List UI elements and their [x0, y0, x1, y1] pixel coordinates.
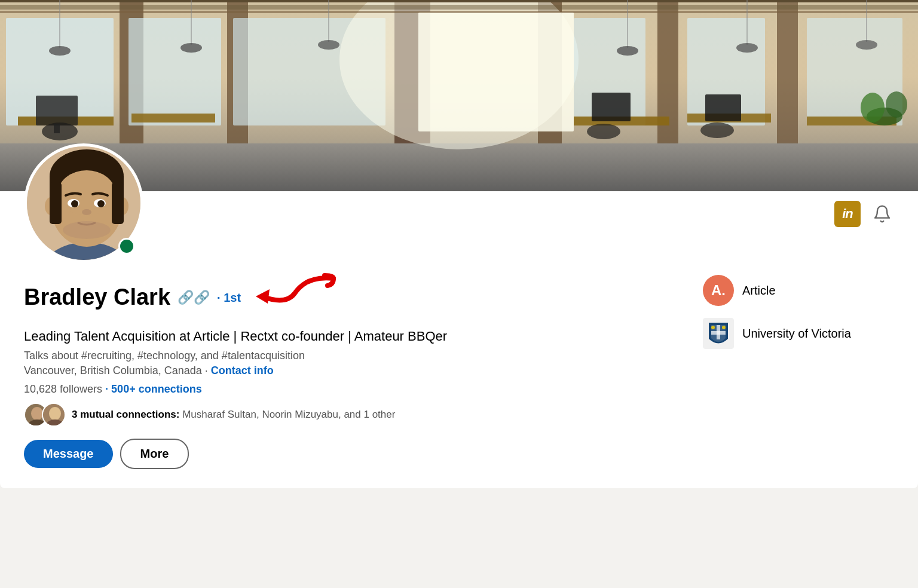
red-arrow-annotation	[253, 272, 336, 323]
profile-headline: Leading Talent Acquisition at Article | …	[24, 327, 514, 346]
notification-bell-icon[interactable]	[870, 202, 894, 226]
school-name[interactable]: University of Victoria	[742, 327, 851, 341]
svg-point-57	[71, 200, 78, 207]
svg-point-28	[587, 124, 620, 139]
school-icon	[703, 318, 734, 349]
followers-count: 10,628 followers	[24, 383, 102, 395]
action-buttons: Message More	[24, 439, 562, 469]
profile-card: in	[0, 0, 918, 488]
top-right-icons: in	[834, 201, 894, 227]
svg-point-47	[886, 91, 907, 118]
svg-point-60	[63, 221, 111, 239]
svg-rect-74	[711, 331, 726, 335]
school-item: University of Victoria	[703, 318, 894, 349]
svg-rect-20	[36, 96, 78, 125]
mutual-text: 3 mutual connections: Musharaf Sultan, N…	[72, 409, 395, 421]
svg-point-29	[700, 122, 734, 138]
right-section: A. Article	[703, 272, 894, 361]
location-text: Vancouver, British Columbia, Canada	[24, 365, 202, 376]
company-initial: A.	[711, 282, 726, 299]
company-name[interactable]: Article	[742, 284, 776, 298]
svg-point-38	[318, 40, 339, 50]
svg-point-67	[31, 407, 43, 420]
profile-name: Bradley Clark	[24, 285, 170, 310]
contact-info-link[interactable]: Contact info	[211, 365, 274, 376]
mutual-connections-row: 3 mutual connections: Musharaf Sultan, N…	[24, 403, 562, 427]
svg-rect-19	[131, 114, 215, 122]
linkedin-icon[interactable]: in	[834, 201, 861, 227]
location-row: Vancouver, British Columbia, Canada · Co…	[24, 365, 562, 377]
followers-row: 10,628 followers · 500+ connections	[24, 383, 562, 396]
degree-icons: 🔗🔗	[178, 290, 210, 305]
avatar-wrapper	[24, 143, 143, 263]
svg-point-44	[856, 40, 877, 50]
mutual-avatars	[24, 403, 66, 427]
svg-point-46	[861, 93, 885, 122]
company-icon: A.	[703, 275, 734, 306]
svg-point-54	[58, 170, 115, 216]
svg-rect-64	[112, 182, 124, 224]
message-button[interactable]: Message	[24, 440, 113, 468]
mutual-avatar-2	[42, 403, 66, 427]
svg-rect-11	[128, 18, 221, 125]
talks-about: Talks about #recruiting, #technology, an…	[24, 350, 562, 362]
left-section: Bradley Clark 🔗🔗 · 1st	[24, 272, 562, 469]
connections-link[interactable]: · 500+ connections	[105, 383, 202, 395]
svg-rect-9	[777, 0, 798, 143]
svg-point-59	[82, 209, 91, 215]
svg-rect-63	[50, 182, 62, 224]
svg-point-42	[736, 43, 758, 53]
svg-point-76	[722, 326, 726, 329]
svg-point-22	[42, 122, 78, 140]
company-item: A. Article	[703, 275, 894, 306]
svg-point-58	[97, 200, 105, 207]
svg-rect-32	[0, 5, 918, 10]
svg-point-70	[49, 407, 61, 420]
svg-marker-65	[256, 289, 270, 304]
name-row: Bradley Clark 🔗🔗 · 1st	[24, 272, 562, 323]
mutual-count: 3 mutual connections:	[72, 409, 179, 420]
svg-point-40	[617, 46, 638, 56]
profile-body: in	[0, 191, 918, 488]
svg-point-75	[711, 326, 715, 329]
connection-level: · 1st	[217, 291, 241, 305]
svg-point-34	[49, 46, 71, 56]
more-button[interactable]: More	[120, 439, 189, 469]
svg-rect-27	[705, 94, 741, 121]
online-status-dot	[118, 238, 135, 255]
main-content: Bradley Clark 🔗🔗 · 1st	[24, 272, 894, 469]
svg-rect-26	[592, 93, 631, 121]
mutual-names: Musharaf Sultan, Noorin Mizuyabu, and 1 …	[182, 409, 395, 420]
svg-point-36	[180, 43, 202, 53]
